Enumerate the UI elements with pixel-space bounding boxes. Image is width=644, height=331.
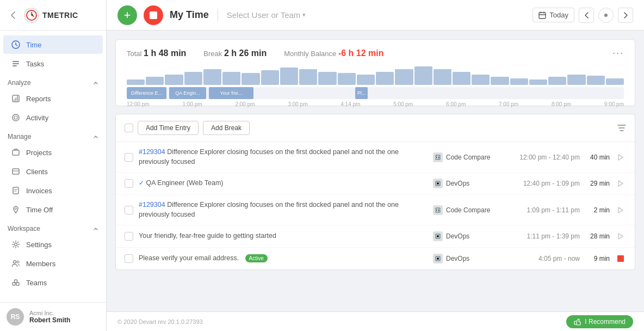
entry-checkbox-1[interactable]: [125, 153, 133, 162]
timeline-bar: [357, 75, 375, 85]
user-team-select[interactable]: Select User or Team ▾: [227, 10, 306, 20]
summary-card: Total 1 h 48 min Break 2 h 26 min Monthl…: [115, 39, 635, 106]
user-company: Acmi Inc.: [29, 310, 70, 316]
play-button-2[interactable]: [615, 178, 626, 189]
svg-rect-9: [13, 169, 19, 174]
recommend-button[interactable]: I Recommend: [566, 315, 633, 328]
timeoff-icon: [11, 205, 21, 214]
svg-point-19: [604, 14, 608, 17]
today-button[interactable]: Today: [532, 8, 574, 22]
entry-checkbox-3[interactable]: [125, 206, 133, 214]
table-row: ✓ QA Engineer (Web Team) DevOps 12:40 pm…: [116, 173, 635, 195]
manage-section-header: Manage: [0, 127, 106, 143]
entry-checkbox-2[interactable]: [125, 179, 133, 188]
today-label: Today: [549, 11, 568, 19]
svg-rect-17: [15, 280, 17, 283]
entry-text-1: #129304 Difference Explorer closing focu…: [139, 148, 428, 167]
project-icon-2: [433, 179, 443, 188]
timeline-bar: [222, 72, 240, 85]
timeline-bars: [127, 65, 624, 85]
back-button[interactable]: [7, 9, 20, 22]
filter-icon: [617, 124, 626, 132]
timeline-segment-1: Difference E...: [127, 87, 166, 99]
sidebar-item-invoices[interactable]: Invoices: [3, 181, 103, 200]
select-all-checkbox[interactable]: [125, 124, 133, 132]
user-info: Acmi Inc. Robert Smith: [29, 310, 70, 324]
main-area: + My Time Select User or Team ▾ Today: [107, 0, 644, 331]
add-break-button[interactable]: Add Break: [203, 121, 250, 135]
play-button-3[interactable]: [615, 205, 626, 216]
divider: [218, 9, 218, 22]
svg-rect-8: [13, 150, 19, 155]
table-row: Your friendly, fear-free guide to gettin…: [116, 225, 635, 248]
sidebar-item-settings[interactable]: Settings: [3, 235, 103, 254]
sidebar-item-clients[interactable]: Clients: [3, 162, 103, 181]
stop-button[interactable]: [144, 5, 163, 25]
sidebar-item-timeoff[interactable]: Time Off: [3, 200, 103, 219]
project-icon-3: [433, 205, 443, 215]
timeline-segment-2: QA Engin...: [169, 87, 207, 99]
sidebar-item-teams[interactable]: Teams: [3, 273, 103, 292]
svg-point-7: [14, 116, 17, 119]
sidebar-item-projects[interactable]: Projects: [3, 143, 103, 162]
play-button-1[interactable]: [615, 152, 626, 163]
sidebar-item-members[interactable]: Members: [3, 254, 103, 273]
timeline-bar: [338, 73, 356, 85]
add-button[interactable]: +: [117, 5, 137, 25]
entry-checkbox-5[interactable]: [125, 254, 133, 263]
summary-top: Total 1 h 48 min Break 2 h 26 min Monthl…: [127, 47, 624, 59]
activity-icon: [11, 113, 21, 122]
entry-checkbox-4[interactable]: [125, 232, 133, 241]
sidebar-item-reports[interactable]: Reports: [3, 89, 103, 108]
today-dot-button[interactable]: [598, 8, 614, 23]
svg-rect-16: [16, 283, 19, 285]
entry-link-1[interactable]: #129304: [139, 148, 165, 156]
calendar-icon: [538, 11, 546, 19]
invoices-icon: [11, 186, 21, 195]
add-time-entry-button[interactable]: Add Time Entry: [138, 121, 199, 135]
sidebar-header: TMETRIC: [0, 0, 106, 30]
play-icon-3: [618, 207, 623, 213]
prev-day-button[interactable]: [579, 8, 594, 23]
timeline-segment-4: Pl...: [355, 87, 368, 99]
timeline-label-8: 7:00 pm: [499, 101, 518, 107]
timeline-bar: [376, 72, 394, 85]
next-day-button[interactable]: [618, 8, 633, 23]
entry-duration-5: 9 min: [585, 255, 610, 262]
timeline-bar: [184, 72, 202, 85]
tasks-icon: [11, 59, 21, 69]
svg-rect-2: [13, 61, 19, 62]
timeline: Difference E... QA Engin... Your frie...…: [127, 65, 624, 98]
entry-text-5: Please verify your email address. Active: [139, 254, 428, 263]
play-icon-1: [618, 154, 623, 161]
manage-chevron-icon: [93, 134, 98, 139]
sidebar-item-time[interactable]: Time: [3, 35, 103, 54]
balance-stat: Monthly Balance -6 h 12 min: [284, 48, 383, 58]
timeline-label-1: 12:00 pm: [127, 101, 150, 107]
filter-button[interactable]: [617, 124, 626, 132]
timeline-bar: [165, 75, 183, 85]
sidebar-item-activity-label: Activity: [26, 114, 48, 122]
entry-link-3[interactable]: #129304: [139, 201, 165, 209]
sidebar-item-activity[interactable]: Activity: [3, 108, 103, 127]
bottom-bar: © 2020 Devart rev 20.1.0.27393 I Recomme…: [107, 311, 644, 331]
sidebar-item-members-label: Members: [26, 260, 55, 268]
timeline-bar: [203, 69, 221, 85]
sidebar-item-tasks[interactable]: Tasks: [3, 54, 103, 73]
play-button-4[interactable]: [615, 231, 626, 242]
svg-point-14: [17, 261, 19, 263]
recommend-label: I Recommend: [585, 318, 626, 326]
timeline-bar: [548, 77, 566, 85]
entry-duration-3: 2 min: [585, 206, 610, 214]
project-icon-4: [433, 231, 443, 241]
project-name-5: DevOps: [446, 255, 469, 262]
stop-button-5[interactable]: [615, 253, 626, 264]
entry-project-5: DevOps: [433, 254, 498, 263]
timeline-bar: [587, 76, 605, 85]
sidebar-item-clients-label: Clients: [26, 168, 48, 176]
chevron-down-icon: ▾: [302, 11, 306, 19]
table-row: #129304 Difference Explorer closing focu…: [116, 195, 635, 225]
more-options-button[interactable]: ···: [612, 47, 624, 59]
sidebar-item-settings-label: Settings: [26, 241, 52, 249]
entry-text-3: #129304 Difference Explorer closing focu…: [139, 200, 428, 219]
